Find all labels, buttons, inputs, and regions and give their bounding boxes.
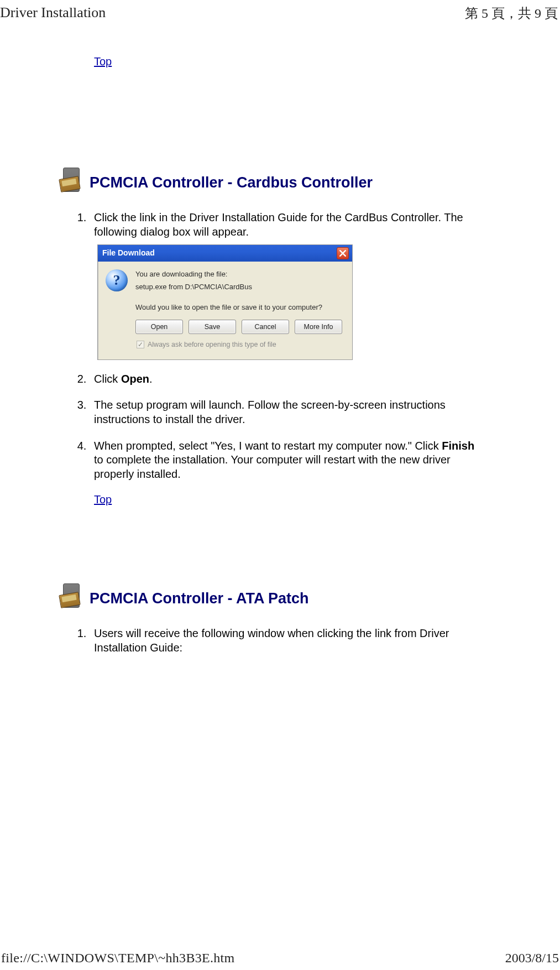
step-4-bold: Finish	[442, 440, 474, 452]
dialog-figure: File Download ? You are downloading the …	[97, 244, 477, 360]
print-header: Driver Installation 第 5 頁，共 9 頁	[0, 4, 560, 22]
dialog-text-block: You are downloading the file: setup.exe …	[135, 269, 342, 350]
section-title-ata: PCMCIA Controller - ATA Patch	[90, 590, 309, 607]
always-ask-checkbox-row: ✓ Always ask before opening this type of…	[137, 340, 342, 350]
pcmcia-icon	[60, 168, 84, 197]
step-2: Click Open.	[90, 372, 477, 387]
dialog-titlebar: File Download	[98, 245, 352, 262]
checkbox-label: Always ask before opening this type of f…	[148, 340, 276, 350]
print-footer: file://C:\WINDOWS\TEMP\~hh3B3E.htm 2003/…	[0, 951, 560, 966]
footer-date: 2003/8/15	[505, 951, 559, 966]
checkbox-icon[interactable]: ✓	[137, 341, 144, 348]
top-link[interactable]: Top	[94, 55, 112, 67]
step-2-post: .	[149, 373, 153, 385]
step-3-text: The setup program will launch. Follow th…	[94, 399, 446, 425]
file-download-dialog: File Download ? You are downloading the …	[97, 244, 353, 360]
pcmcia-icon	[60, 583, 84, 613]
step-1: Click the link in the Driver Installatio…	[90, 211, 477, 360]
open-button[interactable]: Open	[135, 320, 183, 334]
dialog-line1: You are downloading the file:	[135, 269, 342, 280]
step-4: When prompted, select "Yes, I want to re…	[90, 439, 477, 482]
step-2-pre: Click	[94, 373, 121, 385]
steps-list-ata: Users will receive the following window …	[90, 627, 496, 655]
step-1-text: Click the link in the Driver Installatio…	[94, 211, 463, 238]
top-link-container-2: Top	[94, 493, 496, 506]
question-icon: ?	[106, 269, 128, 291]
cancel-button[interactable]: Cancel	[242, 320, 289, 334]
top-link[interactable]: Top	[94, 493, 112, 505]
dialog-button-row: Open Save Cancel More Info	[135, 320, 342, 334]
close-icon[interactable]	[337, 247, 349, 259]
steps-list-cardbus: Click the link in the Driver Installatio…	[90, 211, 496, 481]
dialog-body: ? You are downloading the file: setup.ex…	[98, 262, 352, 359]
spacer	[60, 68, 496, 168]
more-info-button[interactable]: More Info	[295, 320, 342, 334]
footer-path: file://C:\WINDOWS\TEMP\~hh3B3E.htm	[1, 951, 235, 966]
top-link-container-1: Top	[94, 55, 496, 68]
section-header-ata: PCMCIA Controller - ATA Patch	[60, 583, 496, 613]
section-title-cardbus: PCMCIA Controller - Cardbus Controller	[90, 174, 373, 191]
page: Driver Installation 第 5 頁，共 9 頁 Top PCMC…	[0, 0, 560, 970]
dialog-line3: Would you like to open the file or save …	[135, 303, 342, 313]
save-button[interactable]: Save	[189, 320, 236, 334]
content-area: Top PCMCIA Controller - Cardbus Controll…	[60, 55, 496, 667]
dialog-title-text: File Download	[102, 248, 155, 258]
ata-step-1: Users will receive the following window …	[90, 627, 477, 655]
section-header-cardbus: PCMCIA Controller - Cardbus Controller	[60, 168, 496, 197]
step-2-bold: Open	[121, 373, 149, 385]
step-3: The setup program will launch. Follow th…	[90, 398, 477, 426]
page-counter: 第 5 頁，共 9 頁	[465, 4, 558, 22]
step-4-pre: When prompted, select "Yes, I want to re…	[94, 440, 442, 452]
page-title: Driver Installation	[0, 4, 106, 22]
dialog-line2: setup.exe from D:\PCMCIA\CardBus	[135, 282, 342, 293]
step-4-post: to complete the installation. Your compu…	[94, 453, 451, 480]
ata-step-1-text: Users will receive the following window …	[94, 627, 449, 654]
